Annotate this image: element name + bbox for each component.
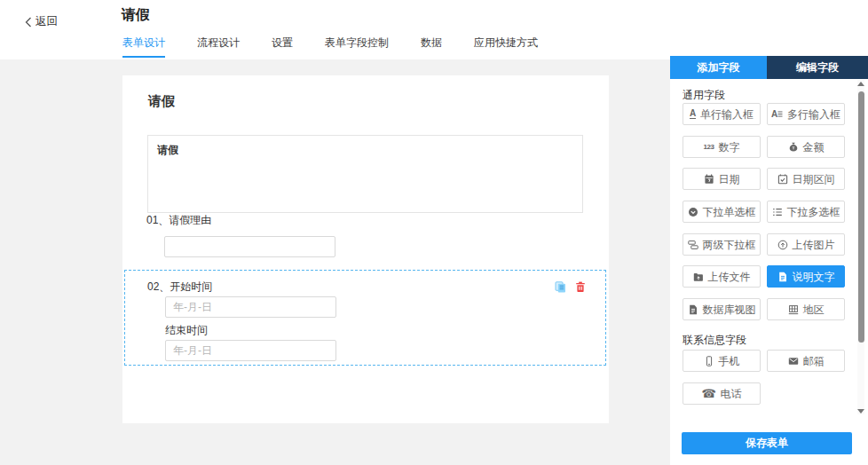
field-01-title: 请假理由 xyxy=(169,214,211,226)
tab-form-design[interactable]: 表单设计 xyxy=(122,37,165,58)
field-01-number: 01、 xyxy=(146,214,169,226)
save-form-button[interactable]: 保存表单 xyxy=(682,432,852,454)
field-button-upload-image[interactable]: 上传图片 xyxy=(767,233,845,256)
sidebar-scrollbar[interactable] xyxy=(857,80,864,414)
delete-field-icon[interactable] xyxy=(575,281,586,293)
field-button-description-text[interactable]: 说明文字 xyxy=(767,265,845,288)
field-button-dropdown-multi[interactable]: 下拉多选框 xyxy=(767,201,845,223)
database-document-icon xyxy=(688,304,698,315)
field-button-email[interactable]: 邮箱 xyxy=(767,350,845,372)
number-123-icon: 123 xyxy=(704,144,714,151)
scrollbar-thumb[interactable] xyxy=(858,91,864,343)
calendar-check-icon xyxy=(777,174,788,185)
selected-field-02[interactable]: 02、开始时间 结束时间 xyxy=(124,270,606,366)
list-lines-icon xyxy=(772,207,783,217)
field-button-dropdown-single[interactable]: 下拉单选框 xyxy=(683,201,761,223)
calendar-icon xyxy=(704,174,714,185)
field-button-single-line-input[interactable]: A 单行输入框 xyxy=(683,103,761,125)
tab-flow-design[interactable]: 流程设计 xyxy=(197,37,240,58)
form-description-text: 请假 xyxy=(157,144,178,156)
field-button-amount[interactable]: 金额 xyxy=(767,136,845,158)
money-bag-icon xyxy=(788,142,799,153)
form-description-field[interactable]: 请假 xyxy=(147,135,583,213)
field-button-multi-line-input[interactable]: A 多行输入框 xyxy=(767,103,845,125)
dropdown-circle-icon xyxy=(688,207,698,217)
field-02-start-date-input[interactable] xyxy=(165,296,336,318)
region-grid-icon xyxy=(788,304,799,315)
field-01-label: 01、请假理由 xyxy=(146,215,211,226)
scroll-up-arrow-icon[interactable] xyxy=(857,82,864,86)
tab-app-shortcut[interactable]: 应用快捷方式 xyxy=(474,37,538,58)
document-icon xyxy=(777,272,788,282)
field-button-date-range[interactable]: 日期区间 xyxy=(767,168,845,190)
tab-settings[interactable]: 设置 xyxy=(272,37,293,58)
contact-fields-section-title: 联系信息字段 xyxy=(683,333,746,348)
two-level-boxes-icon xyxy=(688,240,698,250)
back-label: 返回 xyxy=(36,14,58,29)
form-canvas: 请假 请假 01、请假理由 02、开始时间 结束时间 xyxy=(122,75,609,423)
field-02-title: 开始时间 xyxy=(170,280,212,293)
folder-upload-icon xyxy=(693,272,704,282)
single-line-text-icon: A xyxy=(690,109,696,119)
back-button[interactable]: 返回 xyxy=(25,14,58,29)
mobile-phone-icon xyxy=(704,356,714,366)
app-header: 返回 请假 表单设计 流程设计 设置 表单字段控制 数据 应用快捷方式 xyxy=(0,0,868,59)
general-fields-section-title: 通用字段 xyxy=(683,88,725,103)
multi-line-text-icon: A xyxy=(771,110,783,119)
field-button-database-view[interactable]: 数据库视图 xyxy=(683,298,761,320)
field-02-label: 02、开始时间 xyxy=(147,281,212,293)
field-panel-tabs: 添加字段 编辑字段 xyxy=(670,56,868,79)
field-panel: 添加字段 编辑字段 通用字段 A 单行输入框 A 多行输入框 123 数字 金额 xyxy=(670,56,868,465)
field-01-input[interactable] xyxy=(164,236,335,257)
field-button-area[interactable]: 地区 xyxy=(767,298,845,320)
field-button-cascade-dropdown[interactable]: 两级下拉框 xyxy=(683,233,761,256)
upload-circle-icon xyxy=(777,240,788,250)
chevron-left-icon xyxy=(25,17,32,28)
field-button-mobile[interactable]: 手机 xyxy=(683,350,761,372)
tab-edit-field[interactable]: 编辑字段 xyxy=(767,56,868,79)
form-title: 请假 xyxy=(148,93,175,110)
field-02-end-label: 结束时间 xyxy=(165,325,208,336)
main-tabs: 表单设计 流程设计 设置 表单字段控制 数据 应用快捷方式 xyxy=(122,37,538,58)
tab-add-field[interactable]: 添加字段 xyxy=(670,56,767,79)
field-02-number: 02、 xyxy=(147,280,170,293)
telephone-icon: ☎ xyxy=(701,388,715,399)
tab-data[interactable]: 数据 xyxy=(421,37,442,58)
field-button-date[interactable]: 日期 xyxy=(683,168,761,190)
scroll-down-arrow-icon[interactable] xyxy=(857,409,864,414)
field-button-telephone[interactable]: ☎ 电话 xyxy=(683,382,761,405)
copy-field-icon[interactable] xyxy=(555,281,566,293)
field-02-end-date-input[interactable] xyxy=(165,340,336,361)
tab-field-control[interactable]: 表单字段控制 xyxy=(325,37,389,58)
field-button-upload-file[interactable]: 上传文件 xyxy=(683,265,761,288)
envelope-icon xyxy=(788,356,799,366)
field-button-number[interactable]: 123 数字 xyxy=(683,136,761,158)
page-title: 请假 xyxy=(122,6,150,25)
